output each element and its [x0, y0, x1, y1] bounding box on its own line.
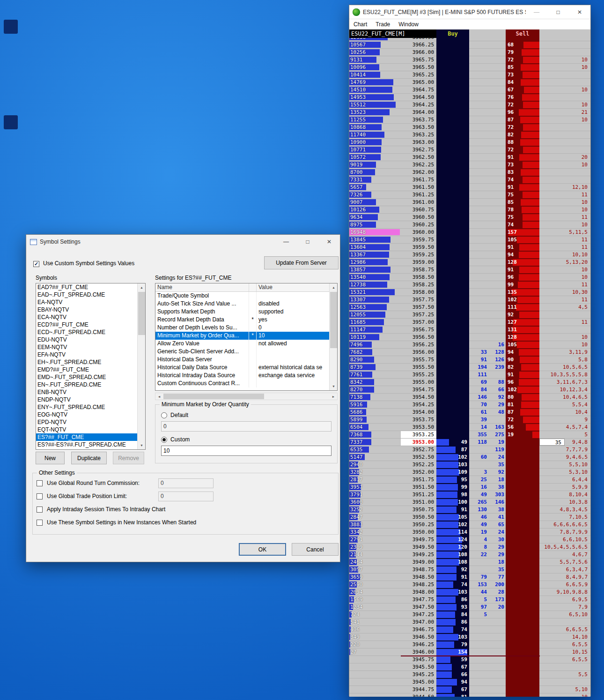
desktop-icon[interactable]	[4, 115, 18, 129]
close-icon[interactable]: ✕	[569, 5, 590, 19]
default-value-field[interactable]: 0	[161, 421, 331, 432]
name-column-header[interactable]: Name	[155, 283, 249, 291]
scrollbar-thumb[interactable]	[330, 292, 337, 348]
dom-row[interactable]: 12343947.509397207,9	[349, 603, 590, 611]
dom-row[interactable]: 129863959.001285,13,20	[349, 259, 590, 266]
checkbox[interactable]	[37, 493, 43, 499]
dom-row[interactable]: 90073961.008510	[349, 199, 590, 206]
checkbox[interactable]	[37, 480, 43, 486]
dom-row[interactable]: 51473952.5010260249,4,6,5	[349, 454, 590, 461]
dom-row[interactable]: 3944.508110	[349, 693, 590, 697]
dom-row[interactable]: 3493946.5010314,10	[349, 633, 590, 641]
minimize-icon[interactable]: —	[526, 5, 547, 19]
symbol-list-item[interactable]: EPD-NQTV	[36, 418, 137, 426]
dom-row[interactable]: 15693947.758651736,9,5	[349, 596, 590, 603]
dom-row[interactable]: 39573951.509916385,9,9	[349, 484, 590, 491]
symbol-list-item[interactable]: EFA-NQTV	[36, 351, 137, 358]
text-field[interactable]: 0	[158, 491, 214, 501]
dom-row[interactable]: 87003962.0083	[349, 169, 590, 176]
dom-row[interactable]: 145103964.756710	[349, 86, 590, 94]
ok-button[interactable]: OK	[239, 543, 286, 556]
symbol-list-item[interactable]: EEM-NQTV	[36, 343, 137, 351]
dom-row[interactable]: 56863954.0061488710,4	[349, 409, 590, 416]
dom-row[interactable]: 65043953.5014163564,5,7,4	[349, 424, 590, 431]
symbol-list-item[interactable]: ECD?##_FUT_CME	[36, 321, 137, 328]
custom-radio-label[interactable]: Custom	[170, 436, 190, 443]
settings-hscrollbar[interactable]: ◄ ►	[155, 393, 338, 400]
dom-row[interactable]: 3945.75596,5,5	[349, 656, 590, 663]
dom-row[interactable]: 37913951.2598493038,10,4	[349, 491, 590, 499]
settings-row[interactable]: Generic Sub-Client Server Add...	[155, 348, 329, 356]
dom-row[interactable]: 105673966.2568	[349, 41, 590, 49]
dom-row[interactable]: 169483960.001575,11,5	[349, 229, 590, 236]
dom-row[interactable]: 5413947.0086	[349, 618, 590, 626]
dom-row[interactable]: 102563966.0079	[349, 49, 590, 56]
dom-row[interactable]: 33423950.0011419247,8,7,9,9	[349, 529, 590, 536]
dom-row[interactable]: 116853957.0012711	[349, 319, 590, 326]
symbol-list-item[interactable]: ENY~.FUT_SPREAD.CME	[36, 403, 137, 411]
maximize-icon[interactable]: □	[547, 5, 569, 19]
dom-row[interactable]: 83423955.006988963,11,6,7,3	[349, 379, 590, 386]
dom-row[interactable]: 138573958.759110	[349, 266, 590, 274]
symbol-list-item[interactable]: EOG-NQTV	[36, 411, 137, 418]
dom-row[interactable]: 36003951.0010026514610,3,8	[349, 499, 590, 506]
dom-row[interactable]: 24643949.00108185,5,7,5,6	[349, 559, 590, 566]
symbol-list-item[interactable]: ECD~.FUT_SPREAD.CME	[36, 328, 137, 336]
settings-row[interactable]: Historical Intraday Data Sourceexchange …	[155, 372, 329, 380]
dom-row[interactable]: 7243947.258456,5,10	[349, 611, 590, 618]
dom-row[interactable]: 30573948.7592356,3,4,7	[349, 566, 590, 573]
dom-row[interactable]: 27913949.751244306,6,10,5	[349, 536, 590, 544]
dom-row[interactable]: 108683963.5072	[349, 124, 590, 131]
symbol-list-item[interactable]: ES?##_FUT_CME	[36, 433, 137, 441]
dom-row[interactable]: 29403952.25103355,5,10	[349, 461, 590, 469]
scroll-right-icon[interactable]: ►	[330, 393, 337, 400]
desktop-icon[interactable]	[4, 20, 18, 34]
dom-row[interactable]: 82903955.7591126905,8	[349, 356, 590, 364]
menu-trade[interactable]: Trade	[371, 21, 394, 28]
symbol-list-item[interactable]: EBAY-NQTV	[36, 306, 137, 313]
dom-row[interactable]: 100963965.508510	[349, 64, 590, 71]
dom-row[interactable]: 3945.5067	[349, 663, 590, 671]
dom-row[interactable]: 133673959.259410,10	[349, 251, 590, 259]
dom-row[interactable]: 149533964.5076	[349, 94, 590, 101]
dom-row[interactable]: 2203946.25796,5,5	[349, 641, 590, 648]
value-column-header[interactable]: Value	[257, 283, 329, 291]
dom-row[interactable]: 59163954.257029815,5,4	[349, 401, 590, 409]
symbol-list-item[interactable]: EAD~.FUT_SPREAD.CME	[36, 291, 137, 298]
buy-column-header[interactable]: Buy	[436, 30, 469, 38]
settings-row[interactable]: Number of Depth Levels to Su...0	[155, 324, 329, 332]
settings-row[interactable]: Minimum Market by Order Qua...*10	[155, 332, 329, 340]
dom-row[interactable]: 111473956.75131	[349, 326, 590, 334]
dom-row[interactable]: 155123964.257210	[349, 101, 590, 109]
dom-row[interactable]: 87393955.501942398210,5,6,5	[349, 364, 590, 371]
dom-row[interactable]: 96343960.507511	[349, 214, 590, 221]
text-field[interactable]: 0	[158, 478, 214, 488]
custom-radio[interactable]	[161, 437, 167, 443]
dom-row[interactable]: 73313961.7574	[349, 176, 590, 184]
use-custom-checkbox[interactable]: ✓	[33, 261, 39, 267]
dom-row[interactable]: 112553963.758710	[349, 116, 590, 124]
scroll-down-icon[interactable]: ▼	[330, 382, 338, 390]
update-from-server-button[interactable]: Update From Server	[264, 256, 339, 269]
dom-row[interactable]: 89753960.257410	[349, 221, 590, 229]
symbol-list-item[interactable]: EN~.FUT_SPREAD.CME	[36, 381, 137, 388]
settings-row[interactable]: Record Market Depth Data*yes	[155, 316, 329, 324]
scroll-left-icon[interactable]: ◄	[155, 393, 163, 400]
dom-row[interactable]: 125633957.501114,5	[349, 304, 590, 311]
dom-row[interactable]: 107713962.7572	[349, 146, 590, 154]
dom-row[interactable]: 273946.0015410,15	[349, 648, 590, 656]
dom-row[interactable]: 71383954.50146928010,4,6,5	[349, 394, 590, 401]
scroll-up-icon[interactable]: ▲	[330, 283, 338, 291]
close-icon[interactable]: ✕	[318, 235, 340, 249]
dialog-titlebar[interactable]: Symbol Settings — □ ✕	[26, 235, 340, 249]
dom-row[interactable]: 135403958.509610	[349, 274, 590, 281]
dom-row[interactable]: 21443949.2510822294,6,7	[349, 551, 590, 559]
menu-chart[interactable]: Chart	[349, 21, 371, 28]
symbol-list-item[interactable]: ECA-NQTV	[36, 313, 137, 321]
dom-row[interactable]: 38833950.2510249656,6,6,6,6,5	[349, 521, 590, 529]
dom-row[interactable]: 138453959.7510511	[349, 236, 590, 244]
remove-button[interactable]: Remove	[113, 452, 144, 464]
dom-row[interactable]: 76823956.0033128943,11,9	[349, 349, 590, 356]
symbol-list-item[interactable]: ENDP-NQTV	[36, 396, 137, 403]
minimize-icon[interactable]: —	[275, 235, 297, 249]
